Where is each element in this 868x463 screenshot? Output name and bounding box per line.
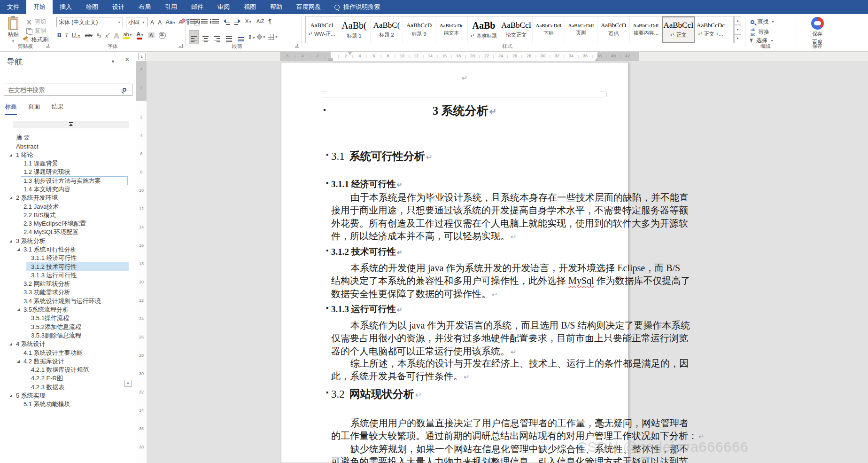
first-line-indent-marker[interactable] [348,52,352,55]
enclose-characters-button[interactable]: 字 [159,32,166,39]
character-shading-button[interactable]: A [148,32,154,38]
jump-to-top-bar[interactable] [13,121,129,128]
style-card[interactable]: AaBbCcI↵ WW-正... [306,16,338,43]
align-left-button[interactable] [189,30,199,44]
underline-button[interactable]: U ▼ [72,32,81,38]
nav-tab[interactable]: 页面 [28,102,40,115]
bullets-button[interactable] [190,19,196,24]
shrink-font-button[interactable]: Aˇ [158,19,163,25]
navigation-options-dropdown[interactable]: ▼ [111,59,115,64]
ribbon-tab[interactable]: 插入 [53,0,79,14]
font-size-select[interactable]: 小四 ▼ [126,17,147,27]
gallery-expand-button[interactable]: ▼ [734,34,741,43]
collapse-triangle-icon[interactable] [9,196,12,199]
nav-heading-item[interactable]: 3.5.2添加信息流程 [0,323,132,331]
bold-button[interactable]: B [57,32,62,38]
nav-heading-item[interactable]: 3.1.1 经济可行性 [0,254,132,262]
italic-button[interactable]: I [66,32,68,38]
left-indent-marker[interactable] [328,58,333,61]
nav-heading-item[interactable]: 3.3 功能需求分析 [0,288,132,297]
font-color-button[interactable]: A▼ [137,31,144,39]
ribbon-tab[interactable]: 布局 [132,0,158,14]
nav-heading-item[interactable]: 4.1 系统设计主要功能 [0,348,132,357]
borders-button[interactable]: ▼ [268,34,278,40]
nav-heading-item[interactable]: 5.1 系统功能模块 [0,400,132,408]
nav-tab[interactable]: 标题 [5,102,17,115]
clipboard-dialog-launcher-icon[interactable] [46,44,50,48]
style-card[interactable]: AaBbCcDdI下标 [533,16,565,43]
nav-heading-item[interactable]: 4 系统设计 [0,340,132,348]
distribute-button[interactable] [236,31,246,43]
asian-layout-button[interactable]: X▼ [245,19,252,24]
nav-heading-item[interactable]: 3.2 网站现状分析 [0,280,132,288]
search-input[interactable] [4,86,123,94]
nav-heading-item[interactable]: 3.4 系统设计规则与运行环境 [0,297,132,306]
ribbon-tab[interactable]: 视图 [237,0,263,14]
right-indent-marker[interactable] [595,58,599,61]
paragraph-dialog-launcher-icon[interactable] [295,44,299,48]
strikethrough-button[interactable]: abc [85,33,93,38]
justify-button[interactable] [224,30,234,44]
document-page[interactable]: ↵3 系统分析↵3.1系统可行性分析↵3.1.1 经济可行性↵由于本系统是作为毕… [281,62,628,463]
clear-formatting-button[interactable]: A [178,19,182,25]
style-card[interactable]: AaBbCcDdI摘要内容... [630,16,662,43]
collapse-triangle-icon[interactable] [9,240,12,243]
style-card[interactable]: AaBbCcDc纯文本 [435,16,468,43]
ribbon-tab[interactable]: 绘图 [79,0,105,14]
style-card[interactable]: AaBbCcI↵ 正文 [662,16,695,43]
nav-heading-item[interactable]: 3 系统分析 [0,237,132,245]
multilevel-list-button[interactable] [212,19,219,24]
grow-font-button[interactable]: Aˆ [150,19,155,25]
collapse-triangle-icon[interactable] [17,360,20,363]
save-to-baidu-button[interactable]: 保存 百度 [804,17,830,46]
paste-button[interactable]: 粘贴 ▼ [3,17,23,43]
superscript-button[interactable]: x2 [105,32,109,39]
align-center-button[interactable] [201,30,210,44]
font-name-select[interactable]: 宋体 (中文正文) ▼ [56,17,123,27]
gallery-scroll-down-button[interactable]: ▼ [734,25,741,34]
nav-heading-item[interactable]: 2.4 MySQL环境配置 [0,228,132,236]
nav-heading-item[interactable]: 1 绪论 [0,151,132,159]
increase-indent-button[interactable] [234,18,240,25]
search-icon[interactable] [123,88,126,92]
ribbon-tab[interactable]: 开始 [26,0,53,14]
change-case-button[interactable]: Aa▼ [166,19,176,25]
nav-heading-item[interactable]: 3.1.2 技术可行性 [0,262,132,271]
subscript-button[interactable]: x2 [97,32,101,38]
decrease-indent-button[interactable] [224,18,230,25]
nav-heading-item[interactable]: 4.2.2 E-R图 [0,374,132,383]
nav-tab[interactable]: 结果 [52,102,64,115]
nav-heading-item[interactable]: 1.1 课题背景 [0,159,132,168]
collapse-triangle-icon[interactable] [9,394,12,397]
ribbon-tab[interactable]: 文件 [0,0,26,14]
close-icon[interactable]: × [125,55,129,64]
nav-heading-item[interactable]: 5 系统实现 [0,392,132,400]
collapse-triangle-icon[interactable] [17,308,20,311]
collapse-triangle-icon[interactable] [17,248,20,251]
style-card[interactable]: AaBbCcDc↵ 正文 +... [695,16,727,43]
shading-button[interactable]: ▼ [257,35,266,39]
style-card[interactable]: AaBb↵ 基准标题 [468,16,500,43]
text-effects-button[interactable]: A [114,31,119,39]
nav-heading-item[interactable]: 2.1 Java技术 [0,202,132,211]
ribbon-tab[interactable]: 邮件 [184,0,210,14]
show-marks-button[interactable]: ¶ [268,18,271,25]
nav-heading-item[interactable]: Abstract [0,142,132,150]
nav-heading-item[interactable]: 4.2.3 数据表 [0,383,132,392]
replace-button[interactable]: abac 替换 [751,27,769,37]
highlight-color-button[interactable]: ab▼ [123,31,132,39]
ribbon-tab[interactable]: 帮助 [263,0,289,14]
nav-heading-item[interactable]: 4.2 数据库设计 [0,357,132,366]
line-spacing-button[interactable]: ⇕▼ [248,34,256,40]
tab-selector-box[interactable]: L [138,53,146,60]
tell-me-search[interactable]: 操作说明搜索 [328,0,380,14]
numbering-button[interactable] [201,19,208,24]
nav-heading-item[interactable]: 1.4 本文研究内容 [0,185,132,194]
ribbon-tab[interactable]: 百度网盘 [289,0,328,14]
nav-heading-item[interactable]: 2 系统开发环境 [0,194,132,202]
nav-heading-item[interactable]: 4.2.1 数据库设计规范 [0,366,132,374]
nav-heading-item[interactable]: 1.3 初步设计方法与实施方案 [0,176,132,185]
ribbon-tab[interactable]: 审阅 [210,0,237,14]
cut-button[interactable]: 剪切 [26,18,46,26]
style-card[interactable]: AaBbCcI论文正文 [500,16,533,43]
